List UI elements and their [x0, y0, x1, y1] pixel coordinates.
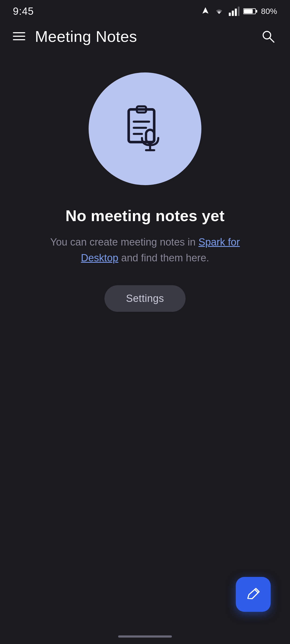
signal-icon	[229, 6, 240, 16]
battery-percentage: 80%	[261, 7, 277, 16]
menu-line-1	[13, 32, 25, 33]
description-prefix: You can create meeting notes in	[50, 236, 198, 248]
search-icon	[261, 29, 275, 43]
svg-rect-1	[232, 11, 234, 16]
wifi-icon	[213, 6, 225, 16]
main-content: No meeting notes yet You can create meet…	[0, 51, 290, 312]
compose-fab[interactable]	[236, 577, 271, 612]
svg-rect-2	[235, 9, 237, 16]
status-time: 9:45	[13, 6, 34, 17]
settings-button[interactable]: Settings	[104, 285, 185, 312]
svg-rect-3	[238, 7, 240, 16]
svg-rect-5	[244, 9, 253, 13]
edit-icon	[245, 586, 261, 602]
svg-rect-6	[256, 10, 257, 13]
meeting-notes-icon	[119, 103, 171, 154]
empty-state-title: No meeting notes yet	[66, 207, 225, 225]
battery-icon	[243, 7, 257, 15]
search-button[interactable]	[259, 27, 277, 45]
page-title: Meeting Notes	[35, 27, 137, 45]
empty-state-illustration	[89, 72, 201, 185]
header-left: Meeting Notes	[13, 27, 137, 45]
location-icon	[201, 6, 209, 16]
empty-state-description: You can create meeting notes in Spark fo…	[48, 234, 242, 266]
svg-rect-0	[229, 13, 231, 16]
status-icons: 80%	[201, 6, 277, 16]
app-header: Meeting Notes	[0, 21, 290, 51]
svg-line-8	[270, 38, 274, 42]
menu-button[interactable]	[13, 32, 25, 40]
menu-line-2	[13, 36, 25, 37]
description-suffix: and find them here.	[118, 252, 209, 264]
menu-line-3	[13, 39, 25, 40]
status-bar: 9:45 80%	[0, 0, 290, 21]
home-indicator	[118, 635, 172, 638]
